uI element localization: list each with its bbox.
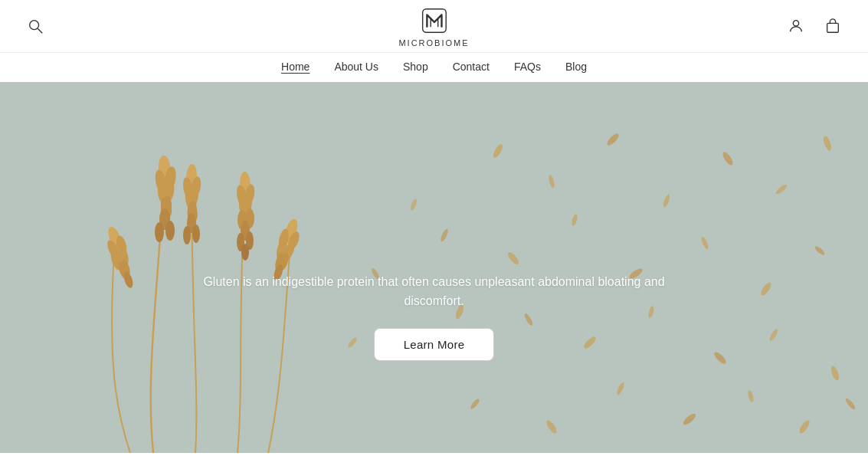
cart-icon <box>824 18 841 34</box>
svg-point-15 <box>165 221 175 241</box>
hero-content: Gluten is an indigestible protein that o… <box>197 272 672 361</box>
svg-point-3 <box>793 21 798 26</box>
hero-illustration <box>0 82 868 453</box>
logo[interactable]: MICROBIOME <box>398 5 469 48</box>
nav-item-blog[interactable]: Blog <box>565 61 587 73</box>
svg-point-36 <box>241 244 249 261</box>
nav-item-contact[interactable]: Contact <box>453 61 490 73</box>
svg-point-24 <box>183 226 191 244</box>
svg-rect-5 <box>0 82 868 453</box>
header-top: MICROBIOME <box>0 0 868 52</box>
hero-section: Gluten is an indigestible protein that o… <box>0 82 868 453</box>
header: MICROBIOME Home About Us Shop Contact FA… <box>0 0 868 82</box>
nav-item-faqs[interactable]: FAQs <box>514 61 541 73</box>
svg-point-14 <box>155 222 164 242</box>
account-icon <box>788 18 804 34</box>
nav-item-home[interactable]: Home <box>281 61 310 73</box>
learn-more-button[interactable]: Learn More <box>374 328 495 361</box>
nav-item-shop[interactable]: Shop <box>403 61 428 73</box>
search-button[interactable] <box>23 14 47 38</box>
svg-point-0 <box>30 21 39 30</box>
cart-button[interactable] <box>821 14 845 38</box>
svg-rect-4 <box>827 23 839 32</box>
logo-icon <box>418 5 450 37</box>
account-button[interactable] <box>784 14 808 38</box>
header-icons-right <box>784 14 845 38</box>
svg-line-1 <box>38 28 42 33</box>
logo-text: MICROBIOME <box>398 38 469 48</box>
header-icons-left <box>23 14 47 38</box>
search-icon <box>27 18 44 34</box>
main-nav: Home About Us Shop Contact FAQs Blog <box>0 52 868 82</box>
svg-point-25 <box>192 225 200 243</box>
hero-body-text: Gluten is an indigestible protein that o… <box>197 272 672 311</box>
nav-item-about[interactable]: About Us <box>334 61 378 73</box>
